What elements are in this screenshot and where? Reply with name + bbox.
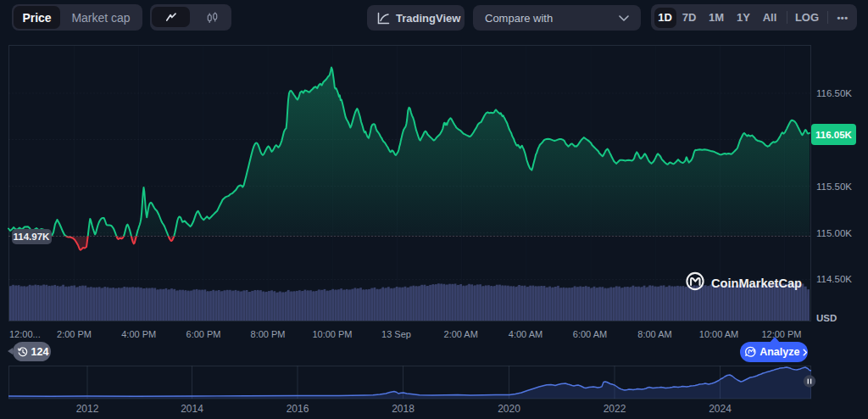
svg-text:CoinMarketCap: CoinMarketCap <box>711 277 802 290</box>
